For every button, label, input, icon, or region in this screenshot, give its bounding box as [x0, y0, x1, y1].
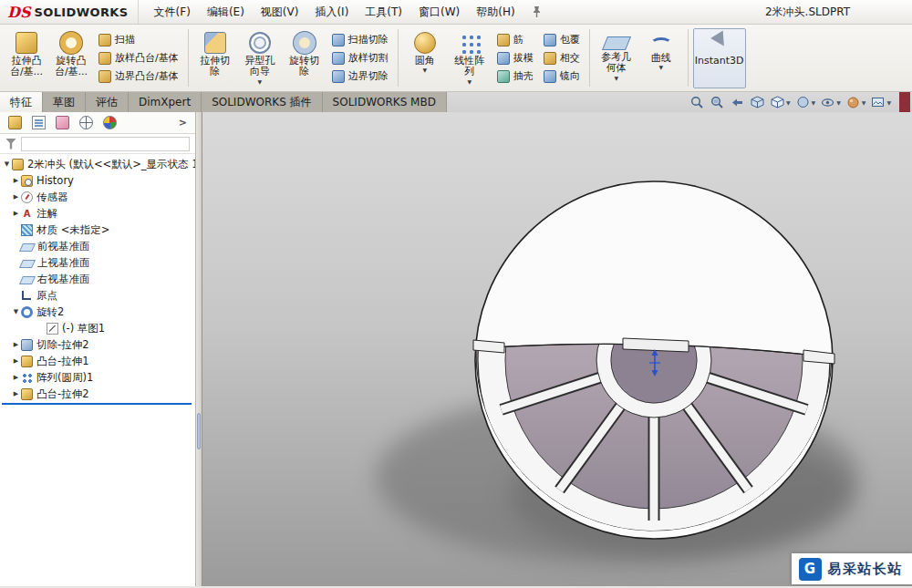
- loft-cut-label: 放样切割: [348, 51, 389, 65]
- property-manager-icon[interactable]: [32, 116, 46, 129]
- hide-show-items-icon[interactable]: [818, 94, 843, 111]
- boundary-boss-button[interactable]: 边界凸台/基体: [96, 67, 181, 85]
- sweep-cut-button[interactable]: 扫描切除: [329, 31, 391, 48]
- reference-geometry-button[interactable]: 参考几何体: [595, 28, 638, 88]
- feature-manager-panel: 2米冲头 (默认<<默认>_显示状态 1>) History 传感器 注解 材质: [0, 112, 195, 586]
- tree-item-top-plane[interactable]: 上视基准面: [0, 254, 195, 271]
- sweep-button[interactable]: 扫描: [96, 31, 181, 48]
- revolve-boss-button[interactable]: 旋转凸台/基...: [49, 28, 93, 88]
- loft-boss-button[interactable]: 放样凸台/基体: [96, 49, 181, 67]
- zoom-to-area-icon[interactable]: [708, 94, 727, 111]
- caret-icon[interactable]: [11, 336, 21, 353]
- cut-extrude-icon: [21, 339, 33, 351]
- caret-icon[interactable]: [2, 156, 12, 172]
- features-group: 圆角 线性阵列 筋 拔模 抽壳 包覆: [402, 26, 586, 89]
- edit-appearance-icon[interactable]: [844, 94, 868, 111]
- caret-icon[interactable]: [11, 386, 21, 402]
- section-view-icon[interactable]: [748, 94, 767, 111]
- mirror-button[interactable]: 镜向: [541, 67, 583, 85]
- boundary-cut-button[interactable]: 边界切除: [329, 67, 391, 85]
- tree-item-cut-extrude2[interactable]: 切除-拉伸2: [0, 336, 195, 353]
- tree-item-sketch1[interactable]: (-) 草图1: [0, 320, 195, 336]
- instant3d-button[interactable]: Instant3D: [693, 28, 746, 88]
- dimxpert-manager-icon[interactable]: [79, 116, 93, 129]
- linear-pattern-dropdown-icon[interactable]: [467, 79, 472, 85]
- panel-scrollbar-thumb[interactable]: [197, 413, 201, 449]
- tree-item-sensors[interactable]: 传感器: [0, 189, 195, 205]
- revolve-cut-button[interactable]: 旋转切除: [283, 28, 326, 88]
- tree-item-root[interactable]: 2米冲头 (默认<<默认>_显示状态 1>): [0, 156, 195, 172]
- tab-features[interactable]: 特征: [0, 92, 43, 112]
- menu-file[interactable]: 文件(F): [146, 1, 199, 24]
- view-orientation-icon[interactable]: [768, 94, 793, 111]
- tree-filter-row: [0, 134, 195, 154]
- rollback-bar[interactable]: [2, 403, 192, 405]
- caret-icon[interactable]: [11, 172, 21, 189]
- tab-evaluate[interactable]: 评估: [86, 92, 129, 112]
- draft-button[interactable]: 拔模: [494, 49, 536, 67]
- tab-solidworks-addins[interactable]: SOLIDWORKS 插件: [202, 92, 322, 112]
- model-body: [473, 181, 834, 539]
- tab-dimxpert[interactable]: DimXpert: [129, 92, 202, 112]
- tree-item-right-plane[interactable]: 右视基准面: [0, 271, 195, 287]
- extrude-boss-button[interactable]: 拉伸凸台/基...: [5, 28, 48, 88]
- caret-icon[interactable]: [11, 205, 21, 222]
- tree-item-front-plane[interactable]: 前视基准面: [0, 238, 195, 254]
- tree-item-boss-extrude1[interactable]: 凸台-拉伸1: [0, 353, 195, 369]
- menu-edit[interactable]: 编辑(E): [199, 1, 253, 24]
- caret-icon[interactable]: [11, 369, 21, 386]
- rib-icon: [497, 34, 510, 46]
- hole-wizard-dropdown-icon[interactable]: [257, 79, 262, 85]
- tree-item-annotations[interactable]: 注解: [0, 205, 195, 222]
- tree-item-origin[interactable]: 原点: [0, 287, 195, 304]
- shell-button[interactable]: 抽壳: [494, 67, 536, 85]
- curves-button[interactable]: 曲线: [639, 28, 683, 88]
- zoom-to-fit-icon[interactable]: [688, 94, 707, 111]
- tree-item-history[interactable]: History: [0, 172, 195, 189]
- menu-view[interactable]: 视图(V): [253, 1, 307, 24]
- feature-manager-tree-icon[interactable]: [8, 116, 22, 129]
- display-manager-icon[interactable]: [103, 116, 117, 129]
- fillet-dropdown-icon[interactable]: [422, 67, 427, 73]
- fillet-button[interactable]: 圆角: [403, 28, 447, 88]
- boundary-cut-icon: [332, 70, 345, 83]
- extrude-cut-button[interactable]: 拉伸切除: [193, 28, 237, 88]
- panel-splitter[interactable]: [195, 112, 202, 586]
- menu-insert[interactable]: 插入(I): [306, 1, 357, 24]
- configuration-manager-icon[interactable]: [56, 116, 69, 129]
- intersect-button[interactable]: 相交: [541, 49, 583, 67]
- wrap-icon: [544, 34, 556, 46]
- tree-item-circular-pattern1[interactable]: 阵列(圆周)1: [0, 369, 195, 386]
- caret-icon[interactable]: [11, 189, 21, 205]
- menu-tools[interactable]: 工具(T): [357, 1, 410, 24]
- tree-filter-input[interactable]: [21, 137, 190, 151]
- tab-sketch[interactable]: 草图: [43, 92, 86, 112]
- shell-label: 抽壳: [513, 69, 534, 83]
- model-3d-canvas[interactable]: [202, 112, 912, 586]
- tree-item-revolve2[interactable]: 旋转2: [0, 304, 195, 320]
- tab-solidworks-mbd[interactable]: SOLIDWORKS MBD: [323, 92, 447, 112]
- previous-view-icon[interactable]: [728, 94, 747, 111]
- panel-flyout-chevron-icon[interactable]: [179, 117, 187, 129]
- tree-item-material[interactable]: 材质 <未指定>: [0, 222, 195, 238]
- task-pane-edge[interactable]: [899, 92, 910, 112]
- tree-item-boss-extrude2[interactable]: 凸台-拉伸2: [0, 386, 195, 402]
- hole-wizard-button[interactable]: 异型孔向导: [238, 28, 282, 88]
- curves-dropdown-icon[interactable]: [658, 65, 663, 70]
- loft-cut-button[interactable]: 放样切割: [329, 49, 391, 67]
- display-style-icon[interactable]: [793, 94, 818, 111]
- caret-icon[interactable]: [11, 304, 21, 320]
- apply-scene-icon[interactable]: [868, 94, 893, 111]
- caret-icon[interactable]: [11, 353, 21, 369]
- reference-geometry-label: 参考几何体: [597, 52, 636, 75]
- linear-pattern-button[interactable]: 线性阵列: [448, 28, 492, 88]
- pin-menu-icon[interactable]: [531, 5, 542, 18]
- rib-button[interactable]: 筋: [494, 31, 536, 48]
- linear-pattern-icon: [459, 32, 481, 54]
- menu-window[interactable]: 窗口(W): [410, 1, 468, 24]
- reference-geometry-dropdown-icon[interactable]: [614, 76, 618, 81]
- menu-help[interactable]: 帮助(H): [468, 1, 523, 24]
- tree-item-label: (-) 草图1: [62, 322, 105, 335]
- wrap-button[interactable]: 包覆: [541, 31, 583, 48]
- graphics-viewport[interactable]: G 易采站长站: [202, 112, 912, 586]
